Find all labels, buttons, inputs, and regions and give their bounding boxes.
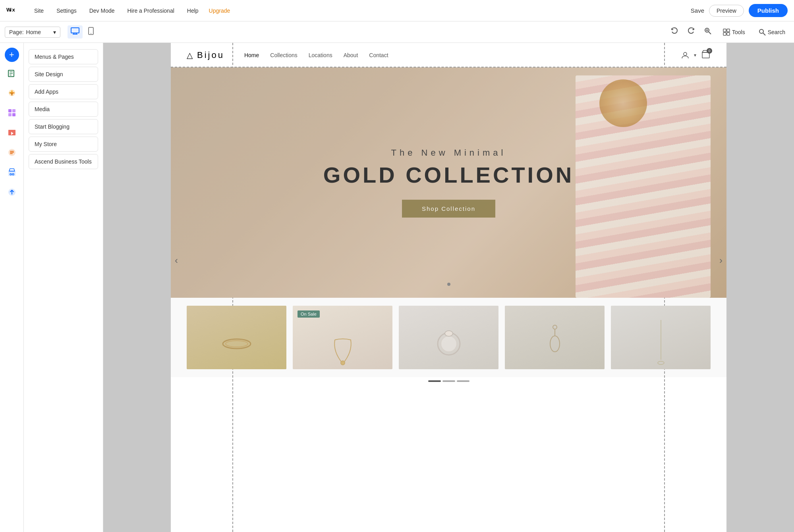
start-blogging-button[interactable]: Start Blogging [29,119,98,134]
page-label: Page: [9,29,24,35]
mobile-view-button[interactable] [85,25,97,39]
nav-link-contact: Contact [369,52,388,58]
undo-icon [670,27,678,35]
nav-site[interactable]: Site [32,6,46,15]
sidebar-pages-button[interactable] [3,64,21,82]
carousel-prev-button[interactable]: ‹ [175,255,178,266]
nav-hire[interactable]: Hire a Professional [125,6,177,15]
svg-rect-14 [727,29,730,32]
search-label: Search [768,29,785,35]
bracelet-icon [221,336,253,352]
earring-icon [547,324,563,364]
nav-settings[interactable]: Settings [54,6,79,15]
svg-rect-15 [723,33,726,35]
products-section: On Sale [171,298,726,377]
pages-icon [8,69,16,77]
nav-upgrade[interactable]: Upgrade [209,8,230,14]
svg-point-17 [759,29,763,33]
publish-button[interactable]: Publish [749,4,788,17]
scroll-dot-1 [428,380,441,382]
preview-button[interactable]: Preview [709,5,744,17]
device-icons [68,25,97,39]
svg-text:i: i [10,7,12,13]
svg-rect-25 [12,109,15,112]
nav-link-about: About [344,52,358,58]
add-element-button[interactable]: + [5,48,19,62]
product-2-image [293,330,392,369]
apps-icon [8,108,16,117]
nav-dev-mode[interactable]: Dev Mode [87,6,117,15]
top-bar: W i x Site Settings Dev Mode Hire a Prof… [0,0,794,21]
zoom-button[interactable] [702,25,713,39]
logo-text: Bijou [197,50,224,60]
nav-link-home: Home [244,52,259,58]
product-card-1[interactable] [187,306,286,369]
product-card-2[interactable]: On Sale [293,306,392,369]
menus-pages-button[interactable]: Menus & Pages [29,49,98,64]
canvas-area: △ Bijou Home Collections Locations About… [103,43,794,532]
hero-title: GOLD COLLECTION [323,162,574,188]
hero-subtitle: The New Minimal [323,148,574,158]
desktop-view-button[interactable] [68,25,83,39]
site-design-button[interactable]: Site Design [29,67,98,82]
sidebar-icons: + [0,43,24,532]
necklace-icon [331,336,355,368]
product-card-5[interactable] [611,306,711,369]
ascend-tools-button[interactable]: Ascend Business Tools [29,154,98,169]
hero-cta-button[interactable]: Shop Collection [402,200,495,218]
cart-badge: 0 [707,48,712,54]
page-selector[interactable]: Page: Home ▾ [5,27,60,38]
sidebar-apps-button[interactable] [3,104,21,121]
hero-content: The New Minimal GOLD COLLECTION Shop Col… [323,148,574,218]
product-card-3[interactable] [399,306,498,369]
svg-rect-24 [8,109,12,112]
cart-icon-wrapper: 0 [701,50,711,61]
carousel-next-button[interactable]: › [719,255,723,266]
svg-line-18 [763,33,765,35]
design-icon [8,89,16,97]
hero-section[interactable]: The New Minimal GOLD COLLECTION Shop Col… [171,67,726,298]
secondbar-right: Tools Search [669,25,789,39]
sidebar-media-button[interactable] [3,124,21,141]
redo-button[interactable] [686,26,697,38]
page-name: Home [26,29,41,35]
carousel-dot [447,283,450,286]
svg-point-41 [441,336,457,352]
search-button[interactable]: Search [755,27,789,38]
desktop-icon [71,27,79,35]
site-canvas[interactable]: △ Bijou Home Collections Locations About… [171,43,726,532]
undo-button[interactable] [669,26,680,38]
tools-button[interactable]: Tools [719,27,749,38]
product-card-4[interactable] [505,306,605,369]
media-button[interactable]: Media [29,102,98,117]
product-4-image [505,318,605,369]
logo-icon: △ [187,50,194,60]
svg-point-8 [91,33,91,34]
svg-point-47 [658,361,664,364]
sidebar-store-button[interactable] [3,164,21,181]
svg-rect-27 [12,113,15,116]
scroll-dot-2 [442,380,455,382]
media-icon [8,128,16,137]
add-apps-button[interactable]: Add Apps [29,84,98,99]
svg-point-38 [226,341,248,347]
nav-help[interactable]: Help [185,6,201,15]
wix-logo[interactable]: W i x [6,6,21,16]
svg-point-39 [341,361,345,365]
ring-icon [433,328,465,360]
sidebar-design-button[interactable] [3,84,21,102]
svg-point-45 [550,336,560,352]
preview-nav-icons: ▾ 0 [681,50,711,61]
sidebar-blog-button[interactable] [3,144,21,161]
chevron-down-icon: ▾ [53,29,56,35]
product-3-image [399,322,498,368]
svg-point-35 [684,52,687,56]
chevron-user-icon: ▾ [694,52,696,58]
product-5-image [611,314,711,369]
my-store-button[interactable]: My Store [29,137,98,152]
second-bar: Page: Home ▾ [0,21,794,43]
save-button[interactable]: Save [691,7,704,14]
left-panel: Menus & Pages Site Design Add Apps Media… [24,43,103,532]
sidebar-ascend-button[interactable] [3,183,21,201]
site-logo: △ Bijou [187,50,224,60]
